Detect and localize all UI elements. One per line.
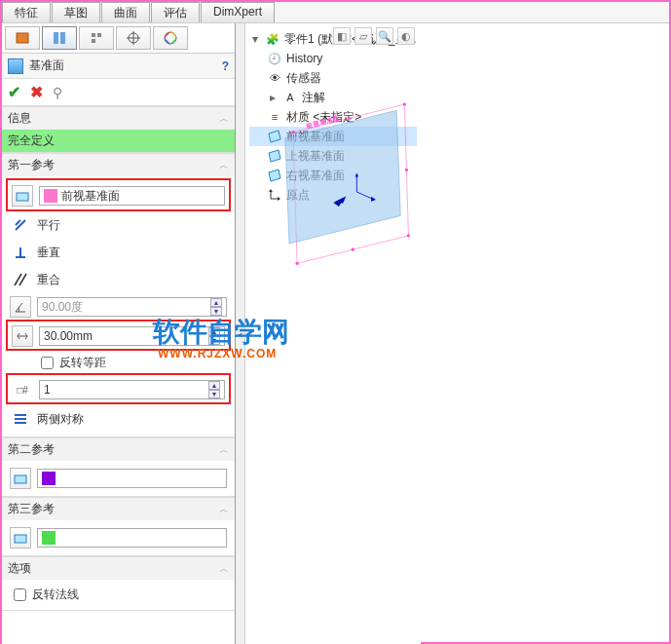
tab-dimxpert[interactable]: DimXpert: [201, 2, 275, 22]
options-section: 选项 ︿ 反转法线: [2, 556, 235, 611]
lime-swatch-icon: [42, 531, 56, 545]
manager-tab-strip: [2, 23, 235, 54]
info-section-label: 信息: [8, 110, 31, 127]
ok-button[interactable]: ✔: [8, 83, 20, 101]
property-manager-tab[interactable]: [42, 26, 77, 50]
reference-entity-icon[interactable]: [12, 185, 33, 207]
perpendicular-icon: [10, 242, 31, 263]
flip-normal-checkbox[interactable]: [14, 588, 26, 601]
distance-row: 30.00mm ▲▼: [10, 322, 227, 350]
ok-cancel-bar: ✔ ✖ ⚲: [2, 79, 235, 106]
reference-entity-icon[interactable]: [10, 527, 31, 549]
reverse-offset-row[interactable]: 反转等距: [8, 352, 229, 374]
pink-swatch-icon: [44, 189, 57, 203]
display-manager-tab[interactable]: [153, 26, 188, 50]
second-reference-header[interactable]: 第二参考 ︿: [2, 437, 235, 461]
splitter-handle[interactable]: ◂: [236, 23, 245, 644]
angle-icon[interactable]: [10, 296, 31, 318]
pm-title-text: 基准面: [29, 57, 64, 74]
view-palette-icon[interactable]: ◐: [397, 27, 415, 45]
both-sides-icon: [10, 408, 31, 430]
svg-rect-1: [54, 32, 58, 44]
coincident-icon: [10, 269, 31, 290]
third-reference-field[interactable]: [37, 528, 227, 548]
flip-normal-label: 反转法线: [32, 587, 79, 603]
first-reference-selection-row: 前视基准面: [10, 182, 227, 209]
heads-up-toolbar: ◧ ▱ 🔍 ◐: [333, 27, 415, 45]
parallel-row[interactable]: 平行: [8, 211, 229, 239]
view-cube-icon[interactable]: ◧: [333, 27, 351, 45]
svg-point-31: [291, 131, 294, 133]
instances-input[interactable]: 1 ▲▼: [39, 380, 225, 399]
second-reference-section: 第二参考 ︿: [2, 437, 235, 497]
options-header[interactable]: 选项 ︿: [2, 556, 235, 580]
second-reference-selection-row: [8, 465, 229, 492]
first-reference-value: 前视基准面: [61, 188, 120, 205]
tab-features[interactable]: 特征: [2, 2, 51, 22]
first-reference-field[interactable]: 前视基准面: [39, 186, 225, 206]
svg-rect-10: [17, 193, 28, 201]
svg-rect-5: [92, 39, 95, 43]
view-search-icon[interactable]: 🔍: [376, 27, 393, 45]
tree-collapse-icon[interactable]: ▾: [249, 29, 261, 49]
svg-point-33: [407, 234, 410, 237]
distance-icon[interactable]: [12, 325, 33, 347]
tab-evaluate[interactable]: 评估: [151, 2, 200, 22]
coincident-label: 重合: [37, 272, 60, 288]
plane-feature-icon: [8, 58, 23, 74]
distance-value: 30.00mm: [44, 329, 93, 343]
property-manager-panel: 基准面 ? ✔ ✖ ⚲ 信息 ︿ 完全定义 第一参考 ︿: [2, 23, 236, 644]
parallel-icon: [10, 214, 31, 236]
chevron-up-icon: ︿: [219, 112, 229, 126]
command-manager-tabs: 特征 草图 曲面 评估 DimXpert: [2, 2, 669, 23]
graphics-area[interactable]: ◧ ▱ 🔍 ◐ ▾ 🧩 零件1 (默认<<默认>_显... 🕘 History …: [245, 23, 421, 644]
third-reference-section: 第三参考 ︿: [2, 497, 235, 556]
info-section-header[interactable]: 信息 ︿: [2, 106, 235, 130]
angle-input[interactable]: 90.00度 ▲▼: [37, 297, 227, 317]
second-reference-field[interactable]: [37, 469, 227, 488]
svg-rect-22: [15, 535, 26, 543]
coincident-row[interactable]: 重合: [8, 266, 229, 293]
cancel-button[interactable]: ✖: [30, 83, 43, 101]
chevron-up-icon: ︿: [219, 159, 229, 172]
svg-point-36: [405, 169, 408, 171]
view-box-icon[interactable]: ▱: [354, 27, 372, 45]
svg-rect-3: [92, 33, 95, 37]
svg-rect-2: [60, 32, 65, 44]
angle-spinner[interactable]: ▲▼: [210, 298, 222, 316]
distance-input[interactable]: 30.00mm ▲▼: [39, 326, 225, 346]
instances-value: 1: [44, 383, 51, 397]
svg-point-35: [348, 117, 351, 120]
reverse-offset-label: 反转等距: [59, 355, 106, 371]
reverse-offset-checkbox[interactable]: [41, 357, 54, 369]
perpendicular-row[interactable]: 垂直: [8, 239, 229, 266]
flip-normal-row[interactable]: 反转法线: [8, 584, 229, 606]
part-icon: 🧩: [265, 31, 280, 47]
first-reference-header[interactable]: 第一参考 ︿: [2, 153, 235, 176]
both-sides-row[interactable]: 两侧对称: [8, 405, 229, 433]
svg-marker-39: [285, 110, 400, 244]
svg-point-32: [403, 102, 406, 105]
distance-spinner[interactable]: ▲▼: [208, 327, 220, 345]
first-reference-section: 第一参考 ︿ 前视基准面 平行: [2, 153, 235, 437]
options-label: 选项: [8, 560, 31, 577]
feature-manager-tab[interactable]: [5, 26, 40, 50]
third-reference-label: 第三参考: [8, 501, 55, 517]
svg-rect-0: [17, 33, 28, 43]
both-sides-label: 两侧对称: [37, 411, 84, 428]
help-button[interactable]: ?: [222, 59, 229, 73]
instances-row: □# 1 ▲▼: [10, 376, 227, 403]
third-reference-selection-row: [8, 524, 229, 551]
configuration-manager-tab[interactable]: [79, 26, 114, 50]
parallel-label: 平行: [37, 217, 60, 234]
reference-entity-icon[interactable]: [10, 468, 31, 489]
second-reference-label: 第二参考: [8, 441, 55, 458]
instances-spinner[interactable]: ▲▼: [208, 381, 220, 398]
svg-point-37: [352, 248, 354, 251]
third-reference-header[interactable]: 第三参考 ︿: [2, 497, 235, 520]
tab-sketch[interactable]: 草图: [52, 2, 100, 22]
tab-surface[interactable]: 曲面: [101, 2, 150, 22]
pin-button[interactable]: ⚲: [53, 85, 62, 100]
dimxpert-manager-tab[interactable]: [116, 26, 151, 50]
angle-value: 90.00度: [42, 299, 83, 316]
